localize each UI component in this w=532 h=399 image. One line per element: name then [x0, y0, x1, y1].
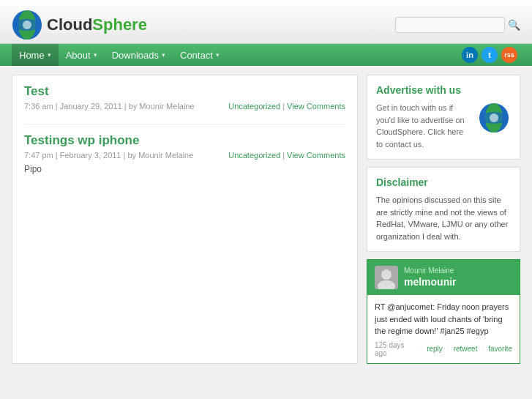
search-button[interactable]: 🔍 — [508, 19, 520, 31]
logo-cloud: Cloud — [47, 15, 92, 34]
tweet-reply-link[interactable]: reply — [427, 345, 443, 353]
post-item: Test 7:36 am | January 29, 2011 | by Mou… — [24, 84, 345, 124]
advertise-text: Get in touch with us if you'd like to ad… — [376, 102, 472, 150]
nav-item-home[interactable]: Home ▾ — [12, 44, 59, 66]
post-meta-right: Uncategorized | View Comments — [228, 151, 345, 160]
twitter-username[interactable]: melmounir — [404, 275, 457, 288]
content-area: Test 7:36 am | January 29, 2011 | by Mou… — [12, 75, 358, 364]
nav-label-contact: Contact — [180, 50, 213, 61]
search-area: 🔍 — [395, 17, 520, 33]
post-meta-left: 7:36 am | January 29, 2011 | by Mounir M… — [24, 102, 195, 111]
logo-sphere: Sphere — [92, 15, 147, 34]
disclaimer-text: The opinions discussed on this site are … — [376, 194, 511, 242]
post-meta: 7:47 pm | February 3, 2011 | by Mounir M… — [24, 151, 345, 160]
nav-item-downloads[interactable]: Downloads ▾ — [105, 44, 173, 66]
linkedin-icon[interactable]: in — [462, 47, 478, 63]
nav-label-downloads: Downloads — [112, 50, 159, 61]
nav-item-contact[interactable]: Contact ▾ — [173, 44, 227, 66]
svg-point-7 — [490, 113, 498, 122]
rss-icon[interactable]: rss — [501, 47, 517, 63]
main-layout: Test 7:36 am | January 29, 2011 | by Mou… — [0, 66, 532, 373]
post-comments-link[interactable]: View Comments — [287, 102, 345, 111]
sidebar: Advertise with us Get in touch with us i… — [367, 75, 520, 364]
disclaimer-title: Disclaimer — [376, 176, 511, 188]
svg-point-9 — [381, 269, 391, 280]
logo-text: CloudSphere — [47, 17, 147, 33]
post-comments-link[interactable]: View Comments — [287, 151, 345, 160]
chevron-down-icon: ▾ — [94, 51, 97, 59]
post-meta-left: 7:47 pm | February 3, 2011 | by Mounir M… — [24, 151, 193, 160]
twitter-icon[interactable]: t — [482, 47, 498, 63]
twitter-body: RT @anjucomet: Friday noon prayers just … — [367, 295, 520, 363]
twitter-display-name: Mounir Melaine — [404, 266, 457, 275]
tweet-time: 125 days ago — [375, 341, 416, 357]
search-input[interactable] — [395, 17, 505, 33]
tweet-meta: 125 days ago · reply · retweet · favorit… — [375, 341, 512, 357]
advertise-widget: Advertise with us Get in touch with us i… — [367, 75, 520, 160]
post-category-link[interactable]: Uncategorized — [228, 151, 280, 160]
header: CloudSphere 🔍 — [0, 0, 532, 44]
post-excerpt: Pipo — [24, 164, 345, 174]
tweet-retweet-link[interactable]: retweet — [454, 345, 478, 353]
nav-label-home: Home — [19, 50, 45, 61]
chevron-down-icon: ▾ — [216, 51, 220, 59]
disclaimer-widget: Disclaimer The opinions discussed on thi… — [367, 167, 520, 252]
svg-point-3 — [23, 20, 31, 29]
post-item: Testings wp iphone 7:47 pm | February 3,… — [24, 133, 345, 183]
nav-item-about[interactable]: About ▾ — [59, 44, 105, 66]
nav-bar: Home ▾ About ▾ Downloads ▾ Contact ▾ in … — [0, 44, 532, 66]
post-meta: 7:36 am | January 29, 2011 | by Mounir M… — [24, 102, 345, 111]
post-meta-right: Uncategorized | View Comments — [228, 102, 345, 111]
advertise-title: Advertise with us — [376, 84, 511, 96]
post-title[interactable]: Testings wp iphone — [24, 133, 345, 148]
logo-icon — [12, 10, 42, 40]
post-category-link[interactable]: Uncategorized — [228, 102, 280, 111]
twitter-header: Mounir Melaine melmounir — [367, 260, 520, 295]
twitter-widget: Mounir Melaine melmounir RT @anjucomet: … — [367, 259, 520, 364]
cloudsphere-logo-icon — [478, 102, 511, 135]
tweet-text: RT @anjucomet: Friday noon prayers just … — [375, 301, 512, 338]
chevron-down-icon: ▾ — [162, 51, 165, 59]
chevron-down-icon: ▾ — [48, 51, 51, 59]
post-title[interactable]: Test — [24, 84, 345, 99]
tweet-favorite-link[interactable]: favorite — [488, 345, 512, 353]
avatar — [375, 266, 398, 289]
logo-area: CloudSphere — [12, 10, 147, 40]
advertise-content: Get in touch with us if you'd like to ad… — [376, 102, 511, 150]
twitter-user-info: Mounir Melaine melmounir — [404, 266, 457, 288]
nav-label-about: About — [66, 50, 91, 61]
